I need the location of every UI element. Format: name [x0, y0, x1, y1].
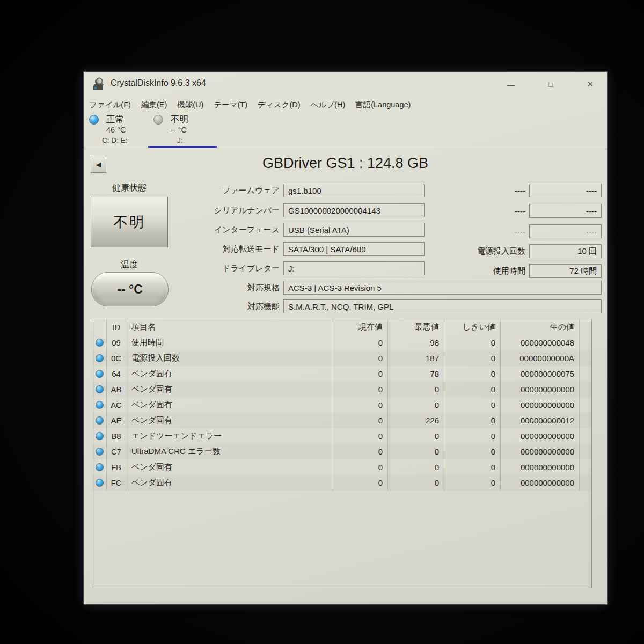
disk-status-dot-good — [89, 115, 99, 125]
smart-table-row[interactable]: AB ベンダ固有 0 0 0 000000000000 — [92, 382, 591, 397]
field-value: J: — [283, 261, 425, 275]
header-name: 項目名 — [126, 319, 333, 335]
field-label: 対応転送モード — [133, 244, 283, 254]
disk-status-dot-unknown — [153, 115, 163, 125]
drive-title: GBDriver GS1 : 124.8 GB — [84, 155, 607, 172]
menu-item[interactable]: 編集(E) — [141, 100, 167, 110]
smart-table-row[interactable]: FC ベンダ固有 0 0 0 000000000000 — [92, 475, 591, 491]
field-firmware: ファームウェア gs1.b100 — [133, 184, 425, 197]
disk-drive-letters: J: — [177, 136, 183, 144]
row-raw-value: 00000000000A — [501, 350, 580, 366]
smart-table-row[interactable]: B8 エンドツーエンドエラー 0 0 0 000000000000 — [92, 428, 591, 444]
row-current-value: 0 — [333, 350, 388, 366]
row-attribute-name: ベンダ固有 — [126, 382, 333, 397]
header-status — [92, 319, 107, 335]
row-threshold-value: 0 — [444, 428, 501, 444]
smart-table-row[interactable]: AC ベンダ固有 0 0 0 000000000000 — [92, 397, 591, 413]
field-value: 10 回 — [529, 244, 602, 258]
field-drive-letter: ドライブレター J: — [133, 261, 425, 275]
app-icon — [91, 77, 105, 91]
header-id: ID — [107, 319, 126, 335]
row-id: AC — [107, 397, 126, 413]
field-label: 対応規格 — [133, 283, 283, 293]
disk-temp-label: -- °C — [171, 126, 187, 134]
row-current-value: 0 — [333, 428, 388, 444]
menu-item[interactable]: ディスク(D) — [258, 100, 301, 110]
menu-item[interactable]: テーマ(T) — [214, 100, 247, 110]
row-filler — [580, 444, 591, 459]
disk-status-label: 不明 — [171, 114, 188, 126]
row-threshold-value: 0 — [444, 335, 501, 350]
row-current-value: 0 — [333, 444, 388, 459]
row-status-cell — [92, 459, 107, 475]
row-raw-value: 000000000000 — [501, 475, 580, 491]
row-filler — [580, 413, 591, 428]
disk-tab-j[interactable]: 不明 -- °C J: — [153, 113, 218, 147]
field-unused-1: ---- ---- — [427, 184, 602, 197]
field-value: ---- — [529, 204, 602, 218]
header-threshold: しきい値 — [444, 319, 501, 335]
field-label: ---- — [427, 227, 529, 236]
row-worst-value: 0 — [388, 444, 444, 459]
status-dot-icon — [96, 432, 104, 440]
field-label: ---- — [427, 207, 529, 216]
row-attribute-name: ベンダ固有 — [126, 459, 333, 475]
field-standard: 対応規格 ACS-3 | ACS-3 Revision 5 — [133, 281, 602, 295]
row-attribute-name: ベンダ固有 — [126, 413, 333, 428]
row-status-cell — [92, 366, 107, 382]
status-dot-icon — [96, 479, 104, 487]
field-value: gs1.b100 — [283, 184, 425, 197]
field-serial-number: シリアルナンバー GS100000020000004143 — [133, 203, 425, 217]
field-value: USB (Serial ATA) — [283, 223, 425, 237]
menu-item[interactable]: 機能(U) — [177, 100, 203, 110]
row-filler — [580, 350, 591, 366]
row-attribute-name: UltraDMA CRC エラー数 — [126, 444, 333, 459]
row-worst-value: 98 — [388, 335, 444, 350]
row-raw-value: 000000000000 — [501, 397, 580, 413]
row-filler — [580, 366, 591, 382]
menu-bar: ファイル(F) 編集(E) 機能(U) テーマ(T) ディスク(D) ヘルプ(H… — [89, 97, 411, 113]
row-attribute-name: ベンダ固有 — [126, 366, 333, 382]
row-filler — [580, 475, 591, 491]
row-id: 0C — [107, 350, 126, 366]
field-value: GS100000020000004143 — [283, 203, 425, 217]
smart-table-header: ID 項目名 現在値 最悪値 しきい値 生の値 — [92, 319, 591, 335]
row-raw-value: 000000000000 — [501, 382, 580, 397]
field-transfer-mode: 対応転送モード SATA/300 | SATA/600 — [133, 242, 425, 256]
row-raw-value: 000000000012 — [501, 413, 580, 428]
smart-table-row[interactable]: 64 ベンダ固有 0 78 0 000000000075 — [92, 366, 591, 382]
maximize-button[interactable]: □ — [543, 80, 559, 89]
smart-table-row[interactable]: 09 使用時間 0 98 0 000000000048 — [92, 335, 591, 350]
row-status-cell — [92, 350, 107, 366]
menu-item[interactable]: ファイル(F) — [89, 100, 131, 110]
menu-item[interactable]: ヘルプ(H) — [311, 100, 346, 110]
row-filler — [580, 459, 591, 475]
smart-table-row[interactable]: 0C 電源投入回数 0 187 0 00000000000A — [92, 350, 591, 366]
minimize-button[interactable]: — — [503, 80, 519, 89]
disk-status-label: 正常 — [106, 114, 124, 126]
close-button[interactable]: ✕ — [582, 79, 598, 89]
status-dot-icon — [96, 354, 104, 362]
row-id: AB — [107, 382, 126, 397]
row-raw-value: 000000000000 — [501, 459, 580, 475]
smart-table-row[interactable]: FB ベンダ固有 0 0 0 000000000000 — [92, 459, 591, 475]
row-current-value: 0 — [333, 413, 388, 428]
disk-tab-cde[interactable]: 正常 46 °C C: D: E: — [89, 113, 145, 147]
smart-table-row[interactable]: C7 UltraDMA CRC エラー数 0 0 0 000000000000 — [92, 444, 591, 459]
field-value: ---- — [529, 224, 602, 238]
header-current: 現在値 — [333, 319, 388, 335]
crystaldiskinfo-window: CrystalDiskInfo 9.6.3 x64 — □ ✕ ファイル(F) … — [83, 71, 608, 605]
field-features: 対応機能 S.M.A.R.T., NCQ, TRIM, GPL — [133, 299, 602, 313]
row-worst-value: 0 — [388, 397, 444, 413]
title-bar: CrystalDiskInfo 9.6.3 x64 — □ ✕ — [84, 72, 607, 97]
row-id: AE — [107, 413, 126, 428]
field-label: ファームウェア — [133, 186, 283, 196]
row-id: FB — [107, 459, 126, 475]
row-attribute-name: 電源投入回数 — [126, 350, 333, 366]
menu-item[interactable]: 言語(Language) — [355, 100, 411, 110]
row-worst-value: 78 — [388, 366, 444, 382]
status-dot-icon — [96, 463, 104, 471]
row-current-value: 0 — [333, 335, 388, 350]
row-worst-value: 0 — [388, 382, 444, 397]
smart-table-row[interactable]: AE ベンダ固有 0 226 0 000000000012 — [92, 413, 591, 428]
